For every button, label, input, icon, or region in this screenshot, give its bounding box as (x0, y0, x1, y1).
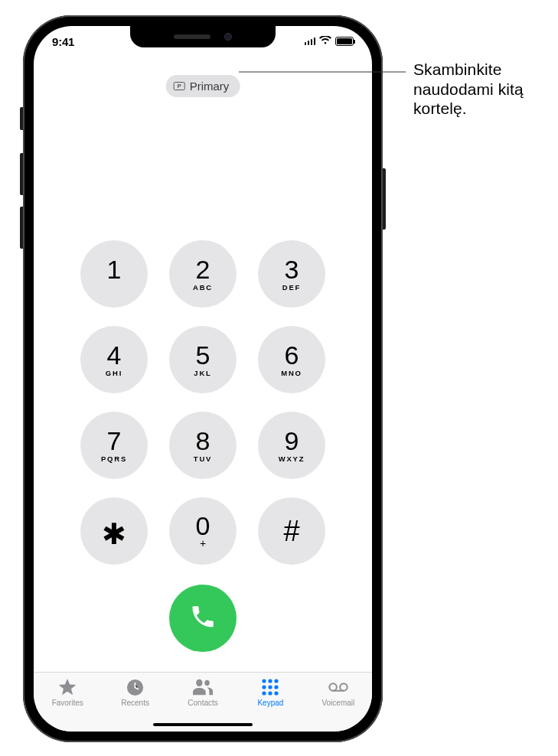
wifi-icon (319, 34, 331, 48)
status-indicators (305, 34, 354, 48)
svg-point-2 (269, 679, 272, 683)
sim-badge-icon: P (174, 82, 185, 90)
keypad-icon (260, 678, 280, 696)
key-digit: 2 (196, 256, 210, 282)
callout-text: Skambinkite naudodami kitą kortelę. (413, 60, 558, 119)
svg-point-11 (340, 683, 348, 691)
key-digit: 3 (285, 256, 299, 282)
key-digit: # (283, 516, 299, 546)
side-button (383, 168, 386, 230)
key-star[interactable]: ✱ (80, 497, 148, 565)
volume-up-button (20, 153, 23, 195)
sim-selector-pill[interactable]: P Primary (166, 75, 240, 97)
key-digit: 7 (107, 428, 122, 454)
tab-label: Voicemail (321, 699, 354, 707)
key-0[interactable]: 0 + (169, 497, 237, 565)
key-8[interactable]: 8 TUV (169, 412, 237, 479)
key-pound[interactable]: # (258, 497, 325, 565)
contacts-icon (193, 678, 213, 696)
key-7[interactable]: 7 PQRS (80, 412, 148, 479)
home-indicator[interactable] (153, 723, 253, 727)
key-letters: TUV (194, 455, 212, 463)
mute-switch (20, 107, 23, 130)
key-letters: WXYZ (279, 455, 305, 463)
tab-voicemail[interactable]: Voicemail (305, 678, 372, 707)
key-digit: 1 (107, 256, 122, 282)
phone-frame: 9:41 P Primary 1 (23, 15, 383, 742)
tab-recents[interactable]: Recents (101, 678, 168, 707)
svg-point-10 (329, 683, 337, 691)
star-icon (57, 678, 77, 696)
key-letters: PQRS (101, 455, 127, 463)
tab-label: Favorites (52, 699, 83, 707)
svg-point-4 (263, 685, 266, 689)
svg-point-9 (275, 691, 279, 695)
key-digit: 9 (285, 428, 299, 454)
key-letters: ABC (193, 283, 213, 292)
phone-icon (189, 603, 217, 634)
keypad-grid: 1 2 ABC 3 DEF 4 GHI 5 JKL (34, 240, 372, 565)
cellular-signal-icon (305, 37, 316, 45)
tab-favorites[interactable]: Favorites (34, 678, 101, 707)
key-3[interactable]: 3 DEF (258, 240, 325, 308)
voicemail-icon (328, 678, 348, 696)
key-9[interactable]: 9 WXYZ (258, 412, 325, 479)
key-letters: GHI (106, 369, 122, 377)
svg-point-5 (269, 685, 272, 689)
tab-label: Recents (121, 699, 149, 707)
key-letters: DEF (282, 283, 301, 292)
tab-contacts[interactable]: Contacts (169, 678, 237, 707)
sim-label: Primary (190, 80, 230, 93)
key-1[interactable]: 1 (80, 240, 148, 308)
svg-point-1 (263, 679, 266, 683)
key-digit: 6 (285, 342, 299, 368)
key-digit: 5 (196, 342, 210, 368)
figure-stage: 9:41 P Primary 1 (0, 0, 558, 756)
clock-icon (126, 678, 145, 696)
key-letters: JKL (194, 369, 211, 377)
battery-icon (335, 37, 354, 46)
key-6[interactable]: 6 MNO (258, 326, 325, 393)
earpiece-speaker (174, 34, 210, 39)
call-button[interactable] (169, 585, 237, 652)
volume-down-button (20, 207, 23, 249)
key-5[interactable]: 5 JKL (169, 326, 237, 393)
svg-point-3 (275, 679, 279, 683)
svg-point-8 (269, 691, 272, 695)
svg-point-6 (275, 685, 279, 689)
status-time: 9:41 (52, 35, 74, 48)
svg-point-7 (263, 691, 266, 695)
key-letters: + (200, 537, 206, 549)
key-letters: MNO (281, 369, 302, 377)
key-digit: ✱ (102, 520, 126, 549)
key-digit: 4 (107, 342, 122, 368)
screen: 9:41 P Primary 1 (34, 26, 372, 732)
tab-label: Contacts (188, 699, 217, 707)
notch (130, 26, 276, 47)
key-digit: 0 (196, 513, 210, 539)
key-digit: 8 (196, 428, 210, 454)
key-4[interactable]: 4 GHI (80, 326, 148, 393)
tab-keypad[interactable]: Keypad (237, 678, 304, 707)
tab-label: Keypad (257, 699, 283, 707)
front-camera (224, 33, 232, 41)
key-2[interactable]: 2 ABC (169, 240, 237, 308)
